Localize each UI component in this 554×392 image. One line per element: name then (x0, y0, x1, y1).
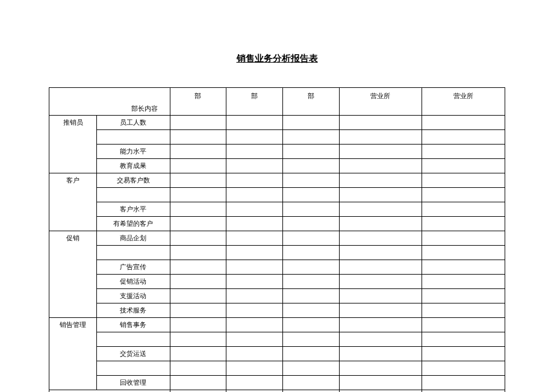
cell (339, 390, 422, 393)
cell (226, 303, 283, 318)
cell (422, 116, 505, 130)
cell (422, 246, 505, 260)
table-row: 有希望的客户 (49, 217, 505, 231)
cat-promotion: 促销 (49, 231, 97, 318)
cell (226, 390, 283, 393)
cell (226, 246, 283, 260)
header-dept3: 部 (282, 88, 339, 116)
cell (170, 188, 226, 202)
cell (422, 376, 505, 390)
table-row (49, 246, 505, 260)
table-row: 回收管理 (49, 376, 505, 390)
header-row: 部长内容 部 部 部 营业所 营业所 (49, 88, 505, 116)
cell (282, 376, 339, 390)
cell (282, 116, 339, 130)
cell (282, 332, 339, 347)
cell (422, 173, 505, 188)
cell (422, 188, 505, 202)
cell (226, 159, 283, 173)
cell (282, 289, 339, 303)
cell (282, 390, 339, 393)
header-dept1: 部 (170, 88, 226, 116)
item-level: 客户水平 (97, 202, 170, 217)
cell (226, 318, 283, 332)
item-count: 交易客户数 (97, 173, 170, 188)
cell (226, 202, 283, 217)
cell (170, 332, 226, 347)
cell (339, 361, 422, 376)
cell (282, 318, 339, 332)
page-title: 销售业务分析报告表 (0, 0, 554, 76)
cell (282, 260, 339, 275)
cell (282, 173, 339, 188)
cell (339, 188, 422, 202)
item-staff: 员工人数 (97, 116, 170, 130)
cell (170, 260, 226, 275)
cell (422, 332, 505, 347)
cell (422, 289, 505, 303)
cell (422, 217, 505, 231)
cell (339, 145, 422, 159)
corner-label: 部长内容 (49, 88, 170, 116)
item-education: 教育成果 (97, 159, 170, 173)
table-row: 交货运送 (49, 347, 505, 361)
item-delivery: 交货运送 (97, 347, 170, 361)
header-office1: 营业所 (339, 88, 422, 116)
header-dept2: 部 (226, 88, 283, 116)
table-row: 销告管理 销售事务 (49, 318, 505, 332)
cell (282, 361, 339, 376)
cell (170, 246, 226, 260)
cell (422, 361, 505, 376)
table-row: 促销 商品企划 (49, 231, 505, 246)
cell (339, 159, 422, 173)
report-table: 部长内容 部 部 部 营业所 营业所 推销员 员工人数 能力水平 教育成果 客户 (49, 87, 505, 392)
cell (339, 260, 422, 275)
cell (226, 332, 283, 347)
cell (422, 318, 505, 332)
cat-customer: 客户 (49, 173, 97, 231)
cell (422, 347, 505, 361)
cell (170, 318, 226, 332)
cell (226, 188, 283, 202)
table-row (49, 130, 505, 145)
cell (226, 130, 283, 145)
cell (339, 116, 422, 130)
cell (226, 260, 283, 275)
cell (422, 130, 505, 145)
cell (226, 145, 283, 159)
cell (226, 275, 283, 289)
cell (170, 159, 226, 173)
table-row: 推销员 员工人数 (49, 116, 505, 130)
cell (170, 376, 226, 390)
cat-salesmgmt: 销告管理 (49, 318, 97, 390)
table-row: 客户水平 (49, 202, 505, 217)
cell (339, 130, 422, 145)
item-support: 支援活动 (97, 289, 170, 303)
cell (339, 231, 422, 246)
cell (282, 145, 339, 159)
item-affairs: 销售事务 (97, 318, 170, 332)
header-office2: 营业所 (422, 88, 505, 116)
report-table-wrap: 部长内容 部 部 部 营业所 营业所 推销员 员工人数 能力水平 教育成果 客户 (49, 87, 505, 392)
table-row (49, 361, 505, 376)
cell (339, 173, 422, 188)
cell (282, 217, 339, 231)
item-planning: 商品企划 (97, 231, 170, 246)
cell (282, 231, 339, 246)
cell (422, 260, 505, 275)
item-prospect: 有希望的客户 (97, 217, 170, 231)
table-row: 广告宣传 (49, 260, 505, 275)
item-advertising: 广告宣传 (97, 260, 170, 275)
cell (170, 130, 226, 145)
table-row: 促销活动 (49, 275, 505, 289)
cell (339, 376, 422, 390)
cell (339, 275, 422, 289)
cell (422, 275, 505, 289)
cell (170, 289, 226, 303)
cell (339, 303, 422, 318)
cell (282, 130, 339, 145)
cell (282, 188, 339, 202)
cell (282, 202, 339, 217)
cat-salesperson: 推销员 (49, 116, 97, 173)
cell (422, 390, 505, 393)
